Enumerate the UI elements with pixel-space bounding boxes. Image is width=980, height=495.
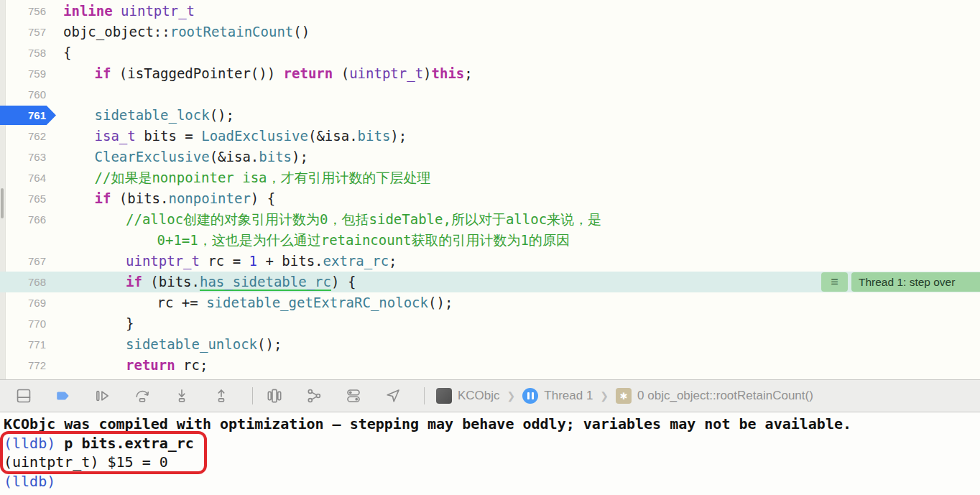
code-line[interactable]: 768if (bits.has_sidetable_rc) {≡Thread 1… <box>0 272 980 292</box>
simulate-location-button[interactable] <box>383 385 403 407</box>
console-lines: KCObjc was compiled with optimization — … <box>4 415 980 491</box>
stack-frame-icon: ✱ <box>616 388 632 404</box>
code-text: sidetable_lock(); <box>63 105 234 126</box>
line-number[interactable]: 758 <box>0 43 56 63</box>
code-text: return rc; <box>63 355 208 376</box>
console-line: (lldb) p bits.extra_rc <box>4 434 980 453</box>
instruction-pointer-menu-icon[interactable]: ≡ <box>821 272 848 292</box>
step-over-icon <box>133 387 152 405</box>
line-number[interactable]: 766 <box>0 210 56 229</box>
step-over-button[interactable] <box>132 385 152 407</box>
code-text: if (bits.nonpointer) { <box>63 188 275 209</box>
simulate-location-icon <box>384 387 402 405</box>
breakpoints-toggle-button[interactable] <box>53 385 73 407</box>
code-line[interactable]: 770} <box>0 313 980 334</box>
view-hierarchy-icon <box>265 387 284 405</box>
code-line[interactable]: 757objc_object::rootRetainCount() <box>0 22 980 42</box>
code-line[interactable]: 771sidetable_unlock(); <box>0 334 980 355</box>
code-line[interactable]: 769rc += sidetable_getExtraRC_nolock(); <box>0 292 980 313</box>
code-text: } <box>63 313 134 334</box>
code-line[interactable]: 0+1=1，这也是为什么通过retaincount获取的引用计数为1的原因 <box>0 230 980 251</box>
step-out-icon <box>212 387 231 405</box>
continue-icon <box>93 387 112 405</box>
code-line[interactable]: 756inline uintptr_t <box>0 1 980 22</box>
thread-icon <box>522 388 538 404</box>
breadcrumb-frame[interactable]: 0 objc_object::rootRetainCount() <box>637 389 813 403</box>
line-number[interactable]: 757 <box>0 22 56 42</box>
chevron-right-icon: ❯ <box>600 390 609 402</box>
code-line[interactable]: 759if (isTaggedPointer()) return (uintpt… <box>0 63 980 84</box>
line-number[interactable]: 762 <box>0 126 56 146</box>
code-line[interactable]: 764//如果是nonpointer isa，才有引用计数的下层处理 <box>0 167 980 188</box>
debug-toolbar: KCObjc ❯ Thread 1 ❯ ✱ 0 objc_object::roo… <box>0 379 980 412</box>
console-line: (uintptr_t) $15 = 0 <box>4 453 980 472</box>
lldb-command: p bits.extra_rc <box>64 435 194 452</box>
chevron-right-icon: ❯ <box>507 390 516 402</box>
line-number[interactable] <box>0 231 56 250</box>
step-over-badge[interactable]: Thread 1: step over <box>851 272 980 292</box>
line-number[interactable]: 764 <box>0 168 56 188</box>
code-line[interactable]: 766//alloc创建的对象引用计数为0，包括sideTable,所以对于al… <box>0 209 980 230</box>
view-hierarchy-button[interactable] <box>264 385 285 407</box>
code-text: isa_t bits = LoadExclusive(&isa.bits); <box>63 126 407 147</box>
hide-debug-area-button[interactable] <box>14 385 34 407</box>
console-line: KCObjc was compiled with optimization — … <box>4 415 980 434</box>
code-lines[interactable]: 756inline uintptr_t757objc_object::rootR… <box>0 0 980 376</box>
code-line[interactable]: 772return rc; <box>0 355 980 376</box>
step-out-button[interactable] <box>211 385 231 407</box>
code-text: { <box>63 42 71 63</box>
breadcrumb-thread[interactable]: Thread 1 <box>544 389 593 403</box>
code-text: if (bits.has_sidetable_rc) { <box>63 272 356 292</box>
step-into-icon <box>172 387 191 405</box>
breakpoint-marker[interactable]: 761 <box>0 106 56 125</box>
memory-graph-button[interactable] <box>304 385 324 407</box>
code-line[interactable]: 758{ <box>0 42 980 63</box>
toolbar-divider <box>252 387 253 404</box>
lldb-prompt: (lldb) <box>4 473 55 490</box>
line-number[interactable]: 759 <box>0 64 56 83</box>
code-text: sidetable_unlock(); <box>63 334 282 355</box>
code-text: rc += sidetable_getExtraRC_nolock(); <box>63 292 453 313</box>
breadcrumb-process[interactable]: KCObjc <box>458 389 500 403</box>
code-line[interactable]: 760 <box>0 84 980 105</box>
code-text: objc_object::rootRetainCount() <box>63 22 310 42</box>
code-text: 0+1=1，这也是为什么通过retaincount获取的引用计数为1的原因 <box>63 230 570 251</box>
code-text: uintptr_t rc = 1 + bits.extra_rc; <box>63 251 397 272</box>
line-number[interactable]: 760 <box>0 85 56 104</box>
line-number[interactable]: 763 <box>0 147 56 167</box>
line-number[interactable]: 765 <box>0 189 56 208</box>
code-editor[interactable]: 756inline uintptr_t757objc_object::rootR… <box>0 0 980 379</box>
code-text: inline uintptr_t <box>63 1 195 22</box>
memory-graph-icon <box>305 387 323 405</box>
line-number[interactable]: 769 <box>0 293 56 313</box>
breakpoint-icon <box>54 387 73 405</box>
app-icon <box>436 388 452 404</box>
code-line[interactable]: 761sidetable_lock(); <box>0 105 980 126</box>
console-line: (lldb) <box>4 472 980 491</box>
toolbar-divider <box>424 387 425 404</box>
line-number[interactable]: 771 <box>0 335 56 354</box>
line-number[interactable]: 768 <box>0 272 56 292</box>
step-into-button[interactable] <box>172 385 192 407</box>
environment-overrides-button[interactable] <box>343 385 364 407</box>
line-number[interactable]: 767 <box>0 251 56 271</box>
code-line[interactable]: 762isa_t bits = LoadExclusive(&isa.bits)… <box>0 126 980 147</box>
code-text: ClearExclusive(&isa.bits); <box>63 147 308 167</box>
code-text: if (isTaggedPointer()) return (uintptr_t… <box>63 63 473 84</box>
line-number[interactable]: 770 <box>0 314 56 333</box>
code-line[interactable]: 767uintptr_t rc = 1 + bits.extra_rc; <box>0 251 980 272</box>
code-text: //alloc创建的对象引用计数为0，包括sideTable,所以对于alloc… <box>63 209 601 230</box>
code-text: //如果是nonpointer isa，才有引用计数的下层处理 <box>63 167 431 188</box>
continue-button[interactable] <box>93 385 113 407</box>
environment-overrides-icon <box>344 387 363 405</box>
console-output: KCObjc was compiled with optimization — … <box>4 415 851 432</box>
console-output: (uintptr_t) $15 = 0 <box>4 453 168 471</box>
lldb-prompt: (lldb) <box>4 435 64 452</box>
code-line[interactable]: 765if (bits.nonpointer) { <box>0 188 980 209</box>
code-line[interactable]: 763ClearExclusive(&isa.bits); <box>0 147 980 167</box>
line-number[interactable]: 756 <box>0 1 56 21</box>
hide-debug-area-icon <box>14 387 33 405</box>
debug-console[interactable]: KCObjc was compiled with optimization — … <box>0 412 980 495</box>
debug-breadcrumb: KCObjc ❯ Thread 1 ❯ ✱ 0 objc_object::roo… <box>436 388 813 404</box>
line-number[interactable]: 772 <box>0 356 56 375</box>
